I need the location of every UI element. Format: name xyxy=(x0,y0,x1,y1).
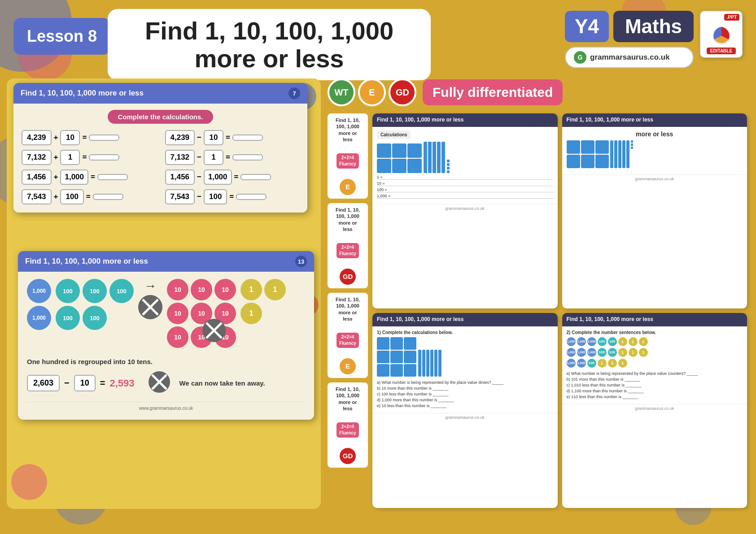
ws4-d8: 1 xyxy=(639,348,648,357)
ws2-rod6 xyxy=(438,350,441,377)
ws-label-1-text: Find 1, 10,100, 1,000more orless xyxy=(336,117,360,143)
ws4-d5: 100 xyxy=(608,348,617,357)
cr2r-eq: = xyxy=(226,153,230,162)
title-box: Find 1, 10, 100, 1,000 more or less xyxy=(108,9,431,80)
ws3-u2 xyxy=(631,143,633,146)
cr2l-ans xyxy=(89,154,119,161)
bottom-calc: 2,603 − 10 = 2,593 xyxy=(27,371,305,395)
regrouped-text-content: One hundred is regrouped into 10 tens. xyxy=(27,358,153,365)
ws-card-1-body: Calculations xyxy=(372,127,558,204)
cr3r-op: − xyxy=(197,173,201,182)
ws-card-3: Find 1, 10, 100, 1,000 more or less more… xyxy=(562,113,747,308)
blue-circles: 1,000 1,000 xyxy=(27,279,51,330)
ws3-u3 xyxy=(631,147,633,149)
big-cube-row-2 xyxy=(377,159,422,173)
ws-label-2: Find 1, 10,100, 1,000more orless 2+2=4Fl… xyxy=(328,203,368,288)
ws-rods xyxy=(424,142,445,173)
ws4-c7: 1 xyxy=(629,337,638,346)
ws4-counter-row-1: 1,000 1,000 1,000 100 100 1 1 1 xyxy=(567,337,743,346)
ws4-d3: 1,000 xyxy=(587,348,596,357)
ws-label-4: Find 1, 10,100, 1,000more orless 2+2=4Fl… xyxy=(328,382,368,468)
cross-x-svg xyxy=(202,318,226,343)
ws-card-2-questions: a) What number is being represented by t… xyxy=(377,380,553,408)
diff-circles: WT E GD xyxy=(328,78,416,106)
bc5 xyxy=(392,159,406,173)
ws2-bc-row1 xyxy=(377,337,416,350)
calc-row-1-right: 4,239 − 10 = xyxy=(165,130,300,145)
ws4-c2: 1,000 xyxy=(577,337,586,346)
cr2r-op: − xyxy=(197,153,201,162)
ws-page-col-2: Find 1, 10, 100, 1,000 more or less more… xyxy=(562,113,747,508)
page-wrapper: Lesson 8 Find 1, 10, 100, 1,000 more or … xyxy=(0,0,756,534)
title-line1: Find 1, 10, 100, 1,000 xyxy=(145,17,393,45)
slide-1-number: 7 xyxy=(288,87,300,99)
ws-card-2: Find 1, 10, 100, 1,000 more or less 1) C… xyxy=(372,313,558,508)
cr4l-val: 7,543 xyxy=(22,189,52,204)
cr2r-val: 7,132 xyxy=(165,150,195,165)
circle-10-4: 10 xyxy=(167,303,188,324)
cr4l-ans xyxy=(93,194,123,200)
ws3-bc3 xyxy=(595,140,609,154)
ws3-bc-r1 xyxy=(567,140,609,154)
ws-label-col: Find 1, 10,100, 1,000more orless 2+2=4Fl… xyxy=(328,113,368,508)
calc-row-4-right: 7,543 − 100 = xyxy=(165,189,300,204)
ws2-bc1 xyxy=(377,337,389,350)
ws-level-e-1: E xyxy=(340,179,356,195)
ws2-bc3 xyxy=(404,337,416,350)
ws4-c6: 1 xyxy=(618,337,627,346)
ws-card-1: Find 1, 10, 100, 1,000 more or less Calc… xyxy=(372,113,558,308)
ws-card-4: Find 1, 10, 100, 1,000 more or less 2) C… xyxy=(562,313,747,508)
cr1r-op: − xyxy=(197,133,201,142)
slide-1-num-text: 7 xyxy=(293,90,296,97)
u4 xyxy=(447,170,450,173)
ws-level-gd-2: GD xyxy=(340,448,356,464)
circle-1-1: 1 xyxy=(240,279,262,300)
ppt-file-wrap: .PPT EDITABLE xyxy=(700,11,743,58)
right-header: Y4 Maths G grammarsaurus.co.uk .PPT xyxy=(565,11,743,68)
bc-val2: 10 xyxy=(74,375,96,391)
slide-2-body: 1,000 1,000 100 100 100 100 100 xyxy=(18,272,314,420)
bc-result: 2,593 xyxy=(109,378,134,389)
slide-deco-2 xyxy=(11,464,47,500)
circle-1-2: 1 xyxy=(264,279,286,300)
ws-label-3-text: Find 1, 10,100, 1,000more orless xyxy=(336,296,360,322)
crossed-area: → xyxy=(138,279,162,319)
cr2l-eq: = xyxy=(82,153,87,162)
yellow-row-1: 1 1 xyxy=(240,279,286,300)
cr4r-num: 100 xyxy=(204,189,227,204)
circle-100-1: 100 xyxy=(56,279,80,303)
maths-label: Maths xyxy=(625,15,682,37)
ws3-cubes xyxy=(567,140,743,168)
ws2-rod2 xyxy=(422,350,425,377)
ws-card-2-body: 1) Complete the calculations below. xyxy=(372,326,558,413)
ws3-bc4 xyxy=(567,155,580,168)
ws2-q-e: e) 10 less than this number is _______ xyxy=(377,404,553,408)
cr2r-ans xyxy=(232,154,263,161)
cr1r-ans xyxy=(232,135,263,141)
ws-level-e-2: E xyxy=(340,358,356,374)
cross-svg xyxy=(138,295,162,319)
ws-card-3-footer: grammarsaurus.co.uk xyxy=(562,174,747,184)
cr1l-eq: = xyxy=(82,133,87,142)
slide-1-header: Find 1, 10, 100, 1,000 more or less 7 xyxy=(13,83,307,104)
ws2-rods xyxy=(418,350,441,377)
instruction-text: Complete the calculations. xyxy=(118,113,203,121)
cr4l-num: 100 xyxy=(60,189,83,204)
cr1l-num: 10 xyxy=(60,130,80,145)
ws-units xyxy=(447,160,450,173)
ws-cubes-row xyxy=(377,142,553,173)
big-cube-row-1 xyxy=(377,143,422,158)
cr3l-val: 1,456 xyxy=(22,169,52,185)
bc4 xyxy=(377,159,391,173)
cr2l-num: 1 xyxy=(60,150,80,165)
ws3-big-cubes xyxy=(567,140,609,168)
ws-fluency-badge-3: 2+2=4Fluency xyxy=(336,333,359,348)
ws4-e5: 1 xyxy=(608,359,617,368)
complete-btn: Complete the calculations. xyxy=(108,110,213,124)
ppt-tag: .PPT xyxy=(724,14,739,21)
ppt-file-box: .PPT EDITABLE xyxy=(700,11,743,58)
cr4r-ans xyxy=(236,194,267,200)
editable-tag: EDITABLE xyxy=(707,48,736,54)
rod1 xyxy=(424,142,427,173)
ws2-rod5 xyxy=(434,350,437,377)
